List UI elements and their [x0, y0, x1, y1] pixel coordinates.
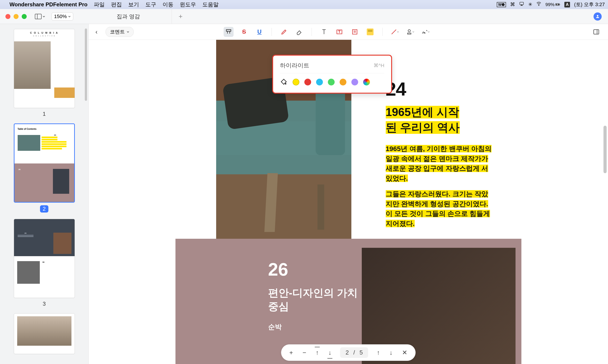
- color-picker[interactable]: [363, 79, 370, 85]
- menu-edit[interactable]: 편집: [111, 1, 122, 8]
- menu-file[interactable]: 파일: [94, 1, 105, 8]
- thumb2-highlights: 24: [42, 134, 69, 152]
- status-icon-w[interactable]: W❶: [497, 2, 506, 7]
- popover-shortcut: ⌘^H: [374, 63, 384, 68]
- svg-rect-5: [35, 14, 41, 19]
- tab-label: 집과 영감: [117, 13, 140, 20]
- canvas-scrollbar[interactable]: [604, 126, 607, 173]
- pager-close-button[interactable]: ✕: [401, 348, 408, 357]
- thumb-label-2: 2: [40, 205, 48, 212]
- status-icon-wifi[interactable]: [536, 1, 541, 8]
- fill-bucket-icon[interactable]: [280, 78, 288, 86]
- sticky-note-icon: [367, 28, 374, 35]
- profile-button[interactable]: [594, 13, 602, 21]
- macos-menubar: Wondershare PDFelement Pro 파일 편집 보기 도구 이…: [0, 0, 608, 9]
- color-cyan[interactable]: [316, 79, 323, 85]
- text-tool-button[interactable]: [319, 27, 329, 37]
- zoom-out-button[interactable]: −: [302, 348, 307, 357]
- thumbnail-page-1[interactable]: C O L U M B I A C O L L E C T I V E 1: [5, 29, 83, 117]
- highlight-popover: 하이라이트 ⌘^H: [272, 55, 392, 94]
- color-green[interactable]: [328, 79, 335, 85]
- menu-window[interactable]: 윈도우: [180, 1, 196, 8]
- status-input-source[interactable]: A: [564, 2, 570, 7]
- sidebar-toggle-button[interactable]: [35, 14, 45, 19]
- thumb3-n30: 30: [42, 261, 45, 263]
- svg-rect-14: [594, 30, 599, 34]
- tab-document[interactable]: 집과 영감: [85, 9, 172, 24]
- app-chrome: 150% 집과 영감 +: [0, 9, 608, 24]
- panels-toggle-button[interactable]: [591, 27, 601, 37]
- thumb3-text: 28: [18, 232, 33, 237]
- menu-go[interactable]: 이동: [163, 1, 173, 8]
- window-fullscreen-button[interactable]: [22, 14, 27, 19]
- page-separator: /: [353, 349, 355, 356]
- next-page-button[interactable]: ↓: [388, 348, 393, 357]
- menu-help[interactable]: 도움말: [202, 1, 219, 8]
- thumb3-top: 28: [14, 219, 75, 256]
- zoom-in-button[interactable]: +: [288, 348, 294, 357]
- thumb1-brand: C O L U M B I A: [14, 31, 75, 34]
- stamp-tool-button[interactable]: [405, 27, 415, 37]
- thumbnail-panel[interactable]: C O L U M B I A C O L L E C T I V E 1 Ta…: [0, 24, 89, 364]
- thumb2-bottom: 26: [14, 163, 74, 202]
- total-pages: 5: [360, 349, 363, 356]
- highlight-color-row: [280, 78, 384, 86]
- app-name[interactable]: Wondershare PDFelement Pro: [10, 1, 88, 8]
- page-number-input[interactable]: 2 / 5: [340, 347, 368, 358]
- status-icon-bookmark[interactable]: ⌘: [510, 1, 515, 7]
- color-red[interactable]: [304, 79, 311, 85]
- thumbnail-page-2[interactable]: Table of Contents 24 26 2: [5, 123, 83, 212]
- shape-line-tool-button[interactable]: [390, 27, 400, 37]
- window-minimize-button[interactable]: [13, 14, 19, 19]
- last-page-button[interactable]: ↓: [327, 348, 332, 357]
- svg-point-13: [408, 30, 410, 32]
- thumb1-sub: C O L L E C T I V E: [14, 35, 75, 37]
- thumb2-toc: Table of Contents: [18, 128, 37, 130]
- section-number-24: 24: [386, 78, 494, 100]
- prev-page-button[interactable]: ↑: [376, 348, 381, 357]
- note-tool-button[interactable]: [350, 27, 360, 37]
- thumb1-image: [14, 41, 51, 89]
- strikethrough-tool-button[interactable]: S: [239, 27, 249, 37]
- svg-rect-0: [520, 2, 524, 5]
- first-page-button[interactable]: ↑: [315, 348, 320, 357]
- thumbnail-page-4[interactable]: [5, 313, 83, 354]
- highlight-tool-button[interactable]: [224, 27, 233, 37]
- menu-tools[interactable]: 도구: [145, 1, 156, 8]
- thumbnail-scrollbar[interactable]: [84, 28, 88, 142]
- thumbnail-page-3[interactable]: 28 30 3: [5, 219, 83, 307]
- zoom-select[interactable]: 150%: [52, 13, 73, 21]
- color-purple[interactable]: [351, 79, 358, 85]
- toolbar-separator: [311, 28, 312, 36]
- thumb-label-3: 3: [43, 301, 46, 307]
- underline-tool-button[interactable]: U: [254, 27, 264, 37]
- status-icon-airplay[interactable]: [519, 1, 524, 8]
- color-yellow[interactable]: [293, 79, 299, 85]
- color-orange[interactable]: [340, 79, 346, 85]
- eraser-tool-button[interactable]: [294, 27, 304, 37]
- textbox-tool-button[interactable]: [334, 27, 344, 37]
- status-icon-bluetooth[interactable]: ✳: [528, 1, 532, 7]
- section-paragraph-1: 1965년 여름, 기이한 밴쿠버 아침의 일광 속에서 젊은 덴마크 제작가가…: [386, 144, 494, 183]
- menubar-clock[interactable]: (토) 오후 3:27: [574, 1, 605, 8]
- pencil-tool-button[interactable]: [279, 27, 289, 37]
- section-body-26: 순박: [268, 322, 368, 332]
- comment-mode-select[interactable]: 코멘트: [106, 27, 134, 37]
- toolbar-back-button[interactable]: ‹: [95, 28, 97, 36]
- editor-area: ‹ 코멘트 S U: [89, 24, 608, 364]
- tab-strip: 집과 영감 +: [85, 9, 182, 24]
- toolbar-separator: [272, 28, 272, 36]
- section-paragraph-2: 그들은 자랑스러웠다. 크기는 작았지만 완벽하게 형성된 공간이였다. 이 모…: [386, 189, 494, 228]
- status-battery[interactable]: 99%: [545, 2, 560, 7]
- signature-tool-button[interactable]: [421, 27, 430, 37]
- menu-view[interactable]: 보기: [128, 1, 139, 8]
- window-close-button[interactable]: [5, 14, 10, 19]
- workspace: C O L U M B I A C O L L E C T I V E 1 Ta…: [0, 24, 608, 364]
- sticky-note-tool-button[interactable]: [365, 27, 375, 37]
- battery-percent-label: 99%: [545, 2, 555, 7]
- section-number-26: 26: [268, 259, 368, 280]
- svg-point-7: [597, 15, 598, 16]
- text-block-24: 24 1965년에 시작 된 우리의 역사 1965년 여름, 기이한 밴쿠버 …: [386, 78, 494, 228]
- thumb-label-1: 1: [43, 111, 46, 117]
- tab-add-button[interactable]: +: [179, 13, 183, 20]
